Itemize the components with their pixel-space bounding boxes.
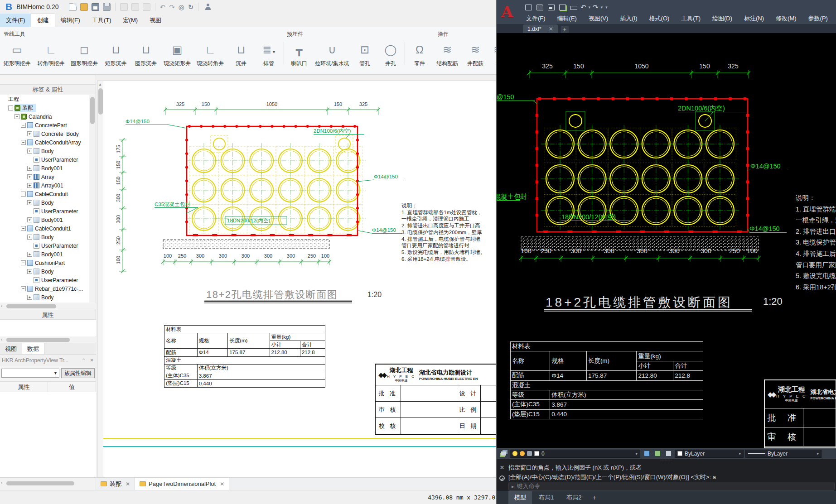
tree-expander-icon[interactable]: − xyxy=(14,114,19,119)
tree-item-userparameter[interactable]: UserParameter xyxy=(0,241,90,250)
add-layout-button[interactable]: + xyxy=(588,494,600,501)
layer-states-button[interactable] xyxy=(664,450,673,457)
file-tab-1dxf[interactable]: 1.dxf*✕ xyxy=(523,24,558,33)
menu-item-7[interactable]: 绘图(D) xyxy=(706,13,738,24)
open-icon[interactable] xyxy=(536,5,543,10)
paste-icon[interactable] xyxy=(143,3,150,11)
undo-dropdown-icon[interactable]: ▾ xyxy=(589,2,591,12)
doc-tab-2d-plot[interactable]: PageTwoDimensionalPlot✕ xyxy=(135,478,229,490)
save-icon[interactable] xyxy=(548,5,555,10)
tree-item-userparameter[interactable]: UserParameter xyxy=(0,207,90,216)
tree-item-array001[interactable]: +Array001 xyxy=(0,181,90,190)
tool-well-rebar[interactable]: ≋井配筋 xyxy=(462,39,489,67)
save-icon[interactable] xyxy=(92,3,99,11)
menu-item-9[interactable]: 修改(M) xyxy=(770,13,802,24)
tree-expander-icon[interactable]: − xyxy=(21,140,26,145)
tool-struct-rebar[interactable]: ≋结构配筋 xyxy=(433,39,462,67)
menu-item-2[interactable]: 创建 xyxy=(31,14,55,27)
tree-item-cushionpart[interactable]: −CushionPart xyxy=(0,259,90,267)
tree-expander-icon[interactable]: + xyxy=(27,235,32,240)
close-tab-icon[interactable]: ✕ xyxy=(126,481,130,487)
tree-item-concrete-body[interactable]: +Concrete_Body xyxy=(0,130,90,138)
tool-caisson[interactable]: ⊔沉井 xyxy=(227,39,255,67)
layer-previous-button[interactable] xyxy=(653,450,662,457)
tree-expander-icon[interactable]: + xyxy=(27,269,32,274)
menu-item-1[interactable]: 文件(F) xyxy=(520,13,551,24)
doc-tab-assembly[interactable]: 装配✕ xyxy=(96,478,135,490)
menu-item-5[interactable]: 格式(O) xyxy=(643,13,676,24)
undo-icon[interactable]: ↶ xyxy=(160,3,166,11)
tree-expander-icon[interactable]: + xyxy=(27,131,32,136)
tree-item-body[interactable]: +Body xyxy=(0,293,90,302)
tree-expander-icon[interactable]: + xyxy=(27,295,32,300)
redo-icon[interactable]: ↷ xyxy=(593,2,599,12)
refresh-icon[interactable]: ↻ xyxy=(188,3,194,11)
layer-select[interactable]: 0 ▾ xyxy=(510,450,640,458)
family-select[interactable]: ▼ xyxy=(1,369,59,378)
undo-icon[interactable]: ↶ xyxy=(580,2,586,12)
menu-item-2[interactable]: 编辑(E) xyxy=(551,13,583,24)
tree-expander-icon[interactable]: + xyxy=(27,149,32,154)
menu-item-4[interactable]: 插入(I) xyxy=(614,13,643,24)
new-tab-button[interactable]: + xyxy=(561,26,569,33)
tree-item-cableconduitarray[interactable]: −CableConduitArray xyxy=(0,138,90,147)
tool-part-clamp[interactable]: Ω零件 xyxy=(406,39,433,67)
dropdown-caret-icon[interactable]: ▾ xyxy=(271,49,275,54)
new-icon[interactable] xyxy=(525,5,532,10)
tool-rect-well[interactable]: ▭矩形明挖井 xyxy=(0,39,34,67)
layout-tab-布局2[interactable]: 布局2 xyxy=(561,491,587,504)
tree-expander-icon[interactable]: + xyxy=(27,166,32,171)
tool-corner-well[interactable]: ∟转角明挖井 xyxy=(34,39,68,67)
close-file-icon[interactable]: ✕ xyxy=(549,26,553,32)
close-command-icon[interactable]: ✕ xyxy=(500,464,505,471)
menu-item-3[interactable]: 视图(V) xyxy=(583,13,614,24)
tree-expander-icon[interactable]: + xyxy=(27,217,32,222)
canvas-v-scrollbar[interactable]: ▲ xyxy=(97,81,103,477)
linetype-select[interactable]: ByLayer ▾ xyxy=(745,450,822,458)
color-select[interactable]: ByLayer ▾ xyxy=(675,450,744,458)
menu-item-8[interactable]: 标注(N) xyxy=(738,13,770,24)
tree-item--[interactable]: 工程 xyxy=(0,95,90,104)
menu-item-1[interactable]: 文件(F) xyxy=(0,14,31,27)
tree-h-scrollbar[interactable]: ‹ xyxy=(0,303,96,309)
plot-icon[interactable] xyxy=(570,6,577,10)
tree-item-concretepart[interactable]: −ConcretePart xyxy=(0,121,90,130)
close-panel-icon[interactable]: ✕ xyxy=(90,355,94,366)
tree-expander-icon[interactable]: + xyxy=(27,174,32,179)
tree-item-body001[interactable]: +Body001 xyxy=(0,164,90,173)
menu-item-6[interactable]: 视图 xyxy=(144,14,167,27)
redo-icon[interactable]: ↷ xyxy=(169,3,175,11)
tree-expander-icon[interactable]: + xyxy=(27,200,32,205)
tree-item-body[interactable]: +Body xyxy=(0,267,90,276)
tool-rebar-extra[interactable]: ≋二 xyxy=(489,39,496,67)
print-icon[interactable] xyxy=(103,3,111,11)
tree-expander-icon[interactable]: − xyxy=(21,123,26,128)
tree-item-body001[interactable]: +Body001 xyxy=(0,216,90,224)
make-layer-current-button[interactable] xyxy=(642,450,651,457)
autocad-drawing-canvas[interactable]: 3251501050150325100250300300300300300250… xyxy=(497,33,836,448)
tree-item--[interactable]: −装配 xyxy=(0,104,90,112)
tool-pit[interactable]: ∪拉环坑/集水坑 xyxy=(313,39,352,67)
tree-item-body[interactable]: +Body xyxy=(0,198,90,207)
tree-expander-icon[interactable]: + xyxy=(27,183,32,188)
menu-item-6[interactable]: 工具(T) xyxy=(675,13,706,24)
family-edit-button[interactable]: 族属性编辑 xyxy=(61,368,95,378)
properties-h-scrollbar[interactable]: ‹ xyxy=(0,337,96,343)
menu-item-3[interactable]: 编辑(E) xyxy=(55,14,86,27)
float-panel-icon[interactable]: ⌃ xyxy=(82,355,85,366)
new-icon[interactable] xyxy=(69,3,77,11)
customize-command-icon[interactable] xyxy=(499,475,505,481)
tree-item-userparameter[interactable]: UserParameter xyxy=(0,155,90,164)
tree-item-cableconduit1[interactable]: −CableConduit1 xyxy=(0,224,90,233)
tool-round-well[interactable]: ◻圆形明挖井 xyxy=(68,39,101,67)
tool-bellmouth[interactable]: ┳喇叭口 xyxy=(285,39,313,67)
tree-item-body[interactable]: +Body xyxy=(0,233,90,241)
layout-tab-模型[interactable]: 模型 xyxy=(508,491,532,504)
close-tab-icon[interactable]: ✕ xyxy=(220,481,224,487)
tree-item-userparameter[interactable]: UserParameter xyxy=(0,276,90,284)
layer-properties-button[interactable] xyxy=(499,450,508,457)
menu-item-10[interactable]: 参数(P) xyxy=(802,13,834,24)
tree-expander-icon[interactable]: − xyxy=(21,192,26,197)
copy-icon[interactable] xyxy=(131,3,139,11)
tree-expander-icon[interactable]: − xyxy=(21,260,26,265)
